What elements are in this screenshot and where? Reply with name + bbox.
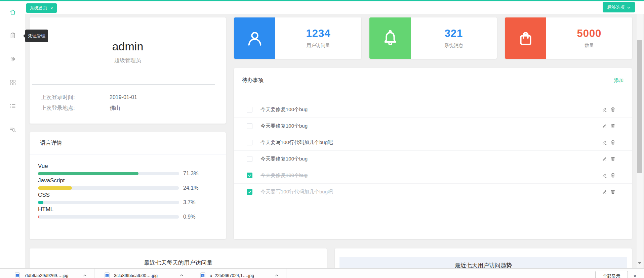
language-label: Vue (38, 163, 179, 170)
chart-title: 最近七天每天的用户访问量 (30, 259, 327, 267)
delete-icon[interactable] (610, 189, 615, 194)
image-file-icon (15, 272, 20, 278)
language-row-vue: Vue 71.3% (38, 163, 179, 175)
progress-percent: 24.1% (183, 185, 198, 191)
language-detail-card: 语言详情 Vue 71.3% JavaScript 24.1% CSS 3.7%… (30, 132, 226, 239)
vertical-scrollbar[interactable] (637, 14, 643, 268)
download-filename: 7fdb6ae29d9269….jpg (24, 272, 69, 278)
sidebar-item-list[interactable] (0, 101, 25, 113)
info-label: 上次登录地点: (41, 104, 110, 112)
sidebar-item-modules[interactable] (0, 77, 25, 89)
chevron-down-icon (627, 5, 631, 10)
todo-add-link[interactable]: 添加 (614, 78, 623, 84)
sidebar-item-vouchers[interactable] (0, 30, 25, 42)
todo-row: 今天要修复100个bug (234, 167, 632, 184)
todo-row: 今天要写100行代码加几个bug吧 (234, 184, 632, 200)
progress-fill (38, 186, 72, 190)
todo-text: 今天要写100行代码加几个bug吧 (260, 139, 333, 146)
todo-text: 今天要修复100个bug (260, 123, 308, 129)
sidebar-item-search[interactable] (0, 124, 25, 136)
edit-icon[interactable] (602, 189, 607, 194)
tab-label: 系统首页 (30, 5, 47, 11)
download-item[interactable]: 3cfa8f9b5cafb00….jpg (94, 269, 191, 278)
todo-text: 今天要写100行代码加几个bug吧 (260, 189, 333, 195)
chevron-up-icon[interactable] (180, 272, 184, 277)
language-label: HTML (38, 206, 179, 213)
tooltip-arrow-icon (23, 34, 25, 38)
edit-icon[interactable] (602, 173, 607, 178)
user-icon (234, 17, 275, 59)
bell-icon (369, 17, 411, 59)
sidebar-item-home[interactable] (0, 7, 25, 19)
progress-percent: 3.7% (183, 199, 195, 205)
todo-text: 今天要修复100个bug (260, 156, 308, 162)
stat-label: 数量 (585, 43, 594, 49)
language-card-title: 语言详情 (30, 132, 226, 154)
scrollbar-thumb[interactable] (637, 40, 642, 173)
progress-percent: 71.3% (183, 171, 198, 177)
chevron-up-icon[interactable] (83, 272, 87, 277)
tag-options-button[interactable]: 标签选项 (603, 2, 635, 12)
scroll-down-arrow-icon[interactable] (638, 262, 641, 264)
todo-title: 待办事项 (242, 77, 264, 84)
progress-fill (38, 172, 138, 175)
download-filename: 3cfa8f9b5cafb00….jpg (114, 272, 158, 278)
image-file-icon (105, 272, 110, 278)
todo-checkbox[interactable] (247, 140, 252, 145)
edit-icon[interactable] (602, 140, 607, 145)
todo-text: 今天要修复100个bug (260, 172, 308, 179)
edit-icon[interactable] (602, 107, 607, 112)
todo-checkbox-checked[interactable] (247, 189, 252, 195)
stat-value: 321 (445, 28, 463, 40)
clipboard-icon (9, 32, 16, 41)
bag-icon (505, 17, 546, 59)
delete-icon[interactable] (610, 173, 615, 178)
tab-close-icon[interactable]: × (50, 6, 53, 11)
user-name: admin (30, 40, 226, 53)
tab-system-home[interactable]: 系统首页 × (26, 3, 57, 13)
stat-label: 系统消息 (444, 43, 463, 49)
progress-bar (38, 215, 179, 219)
downloads-bar: 7fdb6ae29d9269….jpg 3cfa8f9b5cafb00….jpg… (0, 268, 644, 278)
user-role: 超级管理员 (30, 57, 226, 64)
delete-icon[interactable] (610, 123, 615, 129)
todo-checkbox[interactable] (247, 123, 252, 129)
progress-bar (38, 186, 179, 190)
search-icon (9, 126, 16, 135)
grid-icon (9, 79, 16, 88)
progress-bar (38, 172, 179, 175)
list-icon (9, 102, 16, 111)
chart-title: 最近七天用户访问趋势 (339, 257, 627, 269)
todo-checkbox[interactable] (247, 156, 252, 162)
top-accent-line (0, 0, 644, 1)
todo-checkbox-checked[interactable] (247, 173, 252, 178)
sidebar-item-settings[interactable] (0, 54, 25, 66)
stat-value: 1234 (306, 28, 331, 40)
home-icon (9, 8, 16, 17)
todo-card: 待办事项 添加 今天要修复100个bug 今天要修复100个bug 今天要写10… (234, 68, 632, 239)
language-row-javascript: JavaScript 24.1% (38, 177, 179, 190)
edit-icon[interactable] (602, 124, 607, 129)
progress-fill (38, 215, 39, 219)
download-item[interactable]: u=2250667024,1….jpg (191, 269, 286, 278)
chevron-up-icon[interactable] (275, 272, 279, 277)
todo-row: 今天要修复100个bug (234, 118, 632, 134)
delete-icon[interactable] (610, 156, 615, 161)
tab-bar: 系统首页 × (25, 1, 644, 14)
delete-icon[interactable] (610, 107, 615, 112)
tooltip-text: 凭证管理 (28, 33, 45, 38)
sidebar (0, 1, 25, 278)
tag-options-label: 标签选项 (607, 4, 625, 10)
stat-card-messages: 321 系统消息 (369, 17, 497, 59)
downloads-bar-close-icon[interactable]: × (633, 273, 637, 278)
show-all-downloads-button[interactable]: 全部显示 (595, 271, 628, 278)
info-label: 上次登录时间: (41, 93, 110, 101)
edit-icon[interactable] (602, 156, 607, 161)
gear-icon (9, 55, 16, 64)
progress-percent: 0.9% (183, 214, 195, 220)
delete-icon[interactable] (610, 140, 615, 145)
language-label: CSS (38, 191, 179, 199)
download-item[interactable]: 7fdb6ae29d9269….jpg (0, 269, 94, 278)
progress-fill (38, 201, 43, 204)
todo-checkbox[interactable] (247, 107, 252, 112)
